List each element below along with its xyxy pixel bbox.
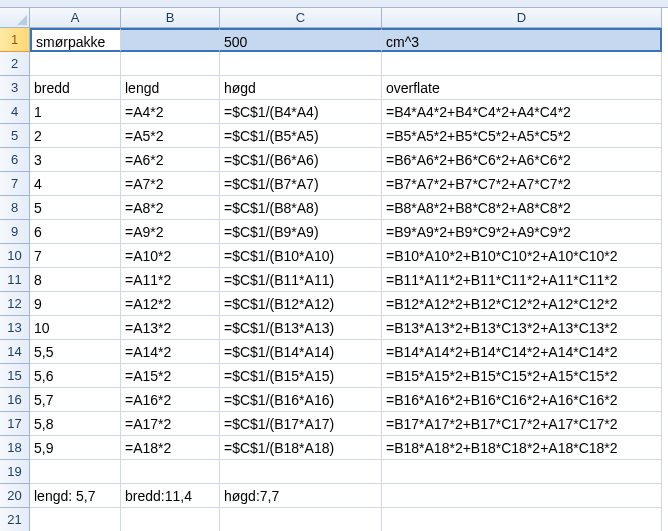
row-header[interactable]: 6 (0, 148, 30, 172)
row-header[interactable]: 18 (0, 436, 30, 460)
cell[interactable]: =A13*2 (121, 316, 220, 340)
cell[interactable]: 3 (30, 148, 121, 172)
cell[interactable]: =B16*A16*2+B16*C16*2+A16*C16*2 (382, 388, 662, 412)
cell[interactable]: lengd: 5,7 (30, 484, 121, 508)
cell[interactable] (121, 52, 220, 76)
row-header[interactable]: 10 (0, 244, 30, 268)
cell[interactable]: =$C$1/(B9*A9) (220, 220, 382, 244)
cell[interactable] (121, 508, 220, 531)
cell[interactable]: 7 (30, 244, 121, 268)
cell[interactable]: 9 (30, 292, 121, 316)
cell[interactable]: 2 (30, 124, 121, 148)
cell[interactable]: høgd (220, 76, 382, 100)
cell[interactable] (382, 52, 662, 76)
cell[interactable]: =B4*A4*2+B4*C4*2+A4*C4*2 (382, 100, 662, 124)
cell[interactable]: =B7*A7*2+B7*C7*2+A7*C7*2 (382, 172, 662, 196)
cell[interactable]: =B5*A5*2+B5*C5*2+A5*C5*2 (382, 124, 662, 148)
row-header[interactable]: 1 (0, 28, 30, 52)
cell[interactable]: =A12*2 (121, 292, 220, 316)
cell[interactable] (382, 508, 662, 531)
row-header[interactable]: 15 (0, 364, 30, 388)
cell[interactable]: 5 (30, 196, 121, 220)
cell[interactable]: 5,8 (30, 412, 121, 436)
cell[interactable]: 4 (30, 172, 121, 196)
row-header[interactable]: 3 (0, 76, 30, 100)
cell[interactable] (30, 508, 121, 531)
cell[interactable]: =A16*2 (121, 388, 220, 412)
cell[interactable]: =A5*2 (121, 124, 220, 148)
cell[interactable]: =A14*2 (121, 340, 220, 364)
cell[interactable]: =A7*2 (121, 172, 220, 196)
row-header[interactable]: 4 (0, 100, 30, 124)
cell[interactable]: bredd (30, 76, 121, 100)
row-header[interactable]: 9 (0, 220, 30, 244)
cell[interactable]: =$C$1/(B17*A17) (220, 412, 382, 436)
row-header[interactable]: 8 (0, 196, 30, 220)
cell[interactable]: 6 (30, 220, 121, 244)
cell[interactable]: =$C$1/(B11*A11) (220, 268, 382, 292)
cell[interactable]: 10 (30, 316, 121, 340)
cell[interactable] (121, 460, 220, 484)
row-header[interactable]: 5 (0, 124, 30, 148)
row-header[interactable]: 19 (0, 460, 30, 484)
cell[interactable]: =A10*2 (121, 244, 220, 268)
row-header[interactable]: 12 (0, 292, 30, 316)
cell[interactable]: =A4*2 (121, 100, 220, 124)
cell[interactable] (382, 484, 662, 508)
cell[interactable]: =A6*2 (121, 148, 220, 172)
cell[interactable]: =$C$1/(B8*A8) (220, 196, 382, 220)
cell[interactable]: =$C$1/(B4*A4) (220, 100, 382, 124)
cell[interactable]: =$C$1/(B14*A14) (220, 340, 382, 364)
row-header[interactable]: 21 (0, 508, 30, 531)
select-all-corner[interactable] (0, 8, 30, 28)
cell[interactable]: 5,6 (30, 364, 121, 388)
cell[interactable]: 8 (30, 268, 121, 292)
row-header[interactable]: 7 (0, 172, 30, 196)
col-header-A[interactable]: A (30, 8, 121, 28)
spreadsheet-grid[interactable]: A B C D 1smørpakke500cm^323breddlengdhøg… (0, 8, 668, 531)
col-header-C[interactable]: C (220, 8, 382, 28)
cell[interactable]: høgd:7,7 (220, 484, 382, 508)
cell[interactable]: =$C$1/(B18*A18) (220, 436, 382, 460)
cell[interactable] (220, 508, 382, 531)
cell[interactable]: overflate (382, 76, 662, 100)
cell[interactable]: =$C$1/(B5*A5) (220, 124, 382, 148)
cell[interactable]: =B9*A9*2+B9*C9*2+A9*C9*2 (382, 220, 662, 244)
cell[interactable]: =A15*2 (121, 364, 220, 388)
row-header[interactable]: 20 (0, 484, 30, 508)
row-header[interactable]: 11 (0, 268, 30, 292)
cell[interactable]: =B8*A8*2+B8*C8*2+A8*C8*2 (382, 196, 662, 220)
cell[interactable]: =$C$1/(B13*A13) (220, 316, 382, 340)
cell[interactable]: =$C$1/(B12*A12) (220, 292, 382, 316)
row-header[interactable]: 16 (0, 388, 30, 412)
cell[interactable]: =B17*A17*2+B17*C17*2+A17*C17*2 (382, 412, 662, 436)
cell[interactable] (220, 460, 382, 484)
row-header[interactable]: 17 (0, 412, 30, 436)
cell[interactable]: lengd (121, 76, 220, 100)
col-header-B[interactable]: B (121, 8, 220, 28)
cell[interactable]: =A18*2 (121, 436, 220, 460)
cell[interactable] (30, 52, 121, 76)
cell[interactable]: =$C$1/(B10*A10) (220, 244, 382, 268)
cell[interactable]: smørpakke (30, 28, 121, 52)
row-header[interactable]: 2 (0, 52, 30, 76)
cell[interactable] (121, 28, 220, 52)
cell[interactable]: 500 (220, 28, 382, 52)
col-header-D[interactable]: D (382, 8, 662, 28)
cell[interactable]: 5,5 (30, 340, 121, 364)
cell[interactable]: bredd:11,4 (121, 484, 220, 508)
cell[interactable]: =B18*A18*2+B18*C18*2+A18*C18*2 (382, 436, 662, 460)
row-header[interactable]: 13 (0, 316, 30, 340)
cell[interactable]: =B10*A10*2+B10*C10*2+A10*C10*2 (382, 244, 662, 268)
cell[interactable]: =B11*A11*2+B11*C11*2+A11*C11*2 (382, 268, 662, 292)
cell[interactable]: 5,9 (30, 436, 121, 460)
cell[interactable]: =$C$1/(B6*A6) (220, 148, 382, 172)
cell[interactable]: =A11*2 (121, 268, 220, 292)
cell[interactable]: =B14*A14*2+B14*C14*2+A14*C14*2 (382, 340, 662, 364)
cell[interactable] (382, 460, 662, 484)
cell[interactable]: =B13*A13*2+B13*C13*2+A13*C13*2 (382, 316, 662, 340)
cell[interactable]: =B6*A6*2+B6*C6*2+A6*C6*2 (382, 148, 662, 172)
cell[interactable]: =A9*2 (121, 220, 220, 244)
cell[interactable]: =$C$1/(B7*A7) (220, 172, 382, 196)
cell[interactable]: cm^3 (382, 28, 662, 52)
